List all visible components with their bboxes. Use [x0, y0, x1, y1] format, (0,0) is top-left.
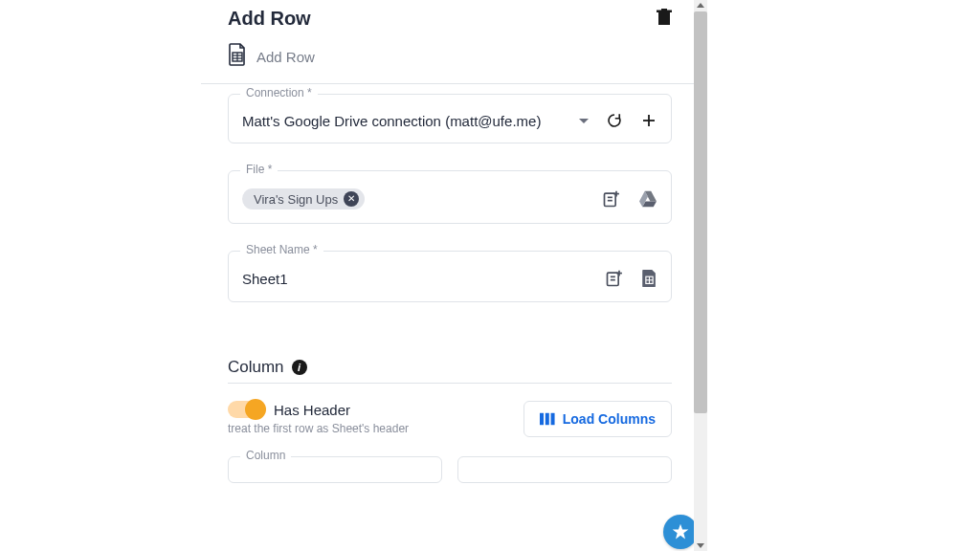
info-icon[interactable]: i	[292, 360, 307, 375]
trash-icon	[657, 9, 672, 26]
map-icon	[605, 269, 624, 288]
columns-icon	[540, 412, 555, 426]
column-value-field[interactable]	[457, 456, 672, 483]
column-section-header: Column i	[201, 358, 699, 383]
scroll-up-icon[interactable]	[697, 3, 704, 8]
browse-drive-button[interactable]	[638, 190, 657, 208]
plus-icon	[640, 112, 657, 129]
form-area: Connection * Matt's Google Drive connect…	[201, 84, 699, 339]
load-columns-label: Load Columns	[563, 411, 656, 427]
browse-sheet-button[interactable]	[641, 269, 657, 288]
module-subtitle: Add Row	[201, 33, 699, 83]
map-icon	[602, 189, 621, 209]
has-header-row: Has Header treat the first row as Sheet'…	[201, 401, 699, 437]
sheet-name-field[interactable]: Sheet Name * Sheet1	[228, 251, 672, 302]
file-icon	[641, 269, 657, 288]
google-drive-icon	[638, 190, 657, 208]
delete-button[interactable]	[657, 9, 672, 30]
svg-rect-24	[550, 413, 554, 425]
svg-rect-2	[661, 9, 667, 11]
scrollbar[interactable]	[694, 0, 707, 551]
svg-rect-14	[608, 273, 619, 285]
connection-label: Connection *	[240, 86, 318, 99]
panel-header: Add Row	[201, 0, 699, 33]
star-icon	[671, 522, 690, 541]
connection-field[interactable]: Connection * Matt's Google Drive connect…	[228, 94, 672, 143]
scrollbar-thumb[interactable]	[694, 11, 707, 413]
column-name-field[interactable]: Column	[228, 456, 442, 483]
toggle-knob	[245, 399, 266, 420]
help-fab-button[interactable]	[663, 515, 698, 549]
has-header-label: Has Header	[274, 402, 350, 418]
has-header-toggle[interactable]	[228, 401, 264, 418]
sheet-name-value: Sheet1	[242, 271, 288, 287]
has-header-description: treat the first row as Sheet's header	[228, 422, 409, 435]
page-title: Add Row	[228, 8, 311, 30]
refresh-button[interactable]	[606, 112, 623, 129]
spreadsheet-icon	[228, 43, 247, 70]
section-divider	[228, 383, 672, 384]
file-chip: Vira's Sign Ups ✕	[242, 188, 365, 209]
chevron-down-icon[interactable]	[579, 119, 589, 123]
scroll-down-icon[interactable]	[697, 543, 704, 548]
column-section-title: Column	[228, 358, 284, 377]
column-mapping-row: Column	[201, 437, 699, 483]
svg-rect-22	[540, 413, 544, 425]
map-sheet-button[interactable]	[605, 269, 624, 288]
connection-value: Matt's Google Drive connection (matt@ufe…	[242, 113, 541, 129]
file-field[interactable]: File * Vira's Sign Ups ✕	[228, 170, 672, 224]
refresh-icon	[606, 112, 623, 129]
svg-rect-23	[546, 413, 549, 425]
column-stub-label: Column	[240, 449, 291, 462]
svg-rect-0	[658, 12, 670, 25]
map-field-button[interactable]	[602, 189, 621, 209]
config-panel: Add Row Add Row Connection *	[201, 0, 699, 551]
load-columns-button[interactable]: Load Columns	[523, 401, 672, 437]
file-label: File *	[240, 163, 278, 176]
remove-chip-button[interactable]: ✕	[344, 191, 359, 207]
add-connection-button[interactable]	[640, 112, 657, 129]
module-name: Add Row	[256, 49, 315, 65]
sheet-name-label: Sheet Name *	[240, 243, 323, 256]
file-chip-label: Vira's Sign Ups	[254, 192, 338, 207]
